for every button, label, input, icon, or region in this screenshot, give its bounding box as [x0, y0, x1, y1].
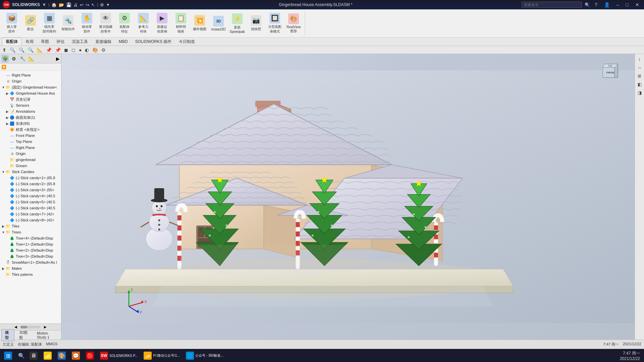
taskbar-solidworks[interactable]: SW SOLIDWORKS P... — [97, 351, 140, 361]
tree-item-gingerbread[interactable]: 📁 gingerbread — [0, 157, 61, 163]
tree-item-history[interactable]: 📅 历史记录 — [0, 96, 61, 102]
show-hidden-button[interactable]: 👁 显示隐藏的零件 — [97, 11, 115, 36]
tree-item-gream[interactable]: 📁 Gream — [0, 163, 61, 169]
bom-button[interactable]: 📋 材料明细表 — [172, 11, 190, 36]
display-style-2[interactable]: ◻ — [70, 47, 77, 53]
undo-icon[interactable]: ↩ — [80, 2, 84, 7]
feature-manager-tab[interactable]: 🌳 — [1, 55, 9, 62]
tree-item-trees[interactable]: ▼ 📁 Trees — [0, 229, 61, 235]
snapshot-button[interactable]: 📷 拍快照 — [247, 11, 265, 36]
tree-item-origin[interactable]: ⊕ Origin — [0, 151, 61, 157]
tree-item-sensors[interactable]: 📡 Sensors — [0, 102, 61, 108]
tab-3d-drawing[interactable]: 3D图图 — [16, 329, 32, 341]
save-icon[interactable]: 💾 — [66, 2, 71, 7]
property-manager-tab[interactable]: ⚙ — [10, 55, 17, 62]
search-icon[interactable]: 🔍 — [585, 2, 590, 7]
tree-item-right-plane-top[interactable]: — Right Plane — [0, 72, 61, 78]
tab-render[interactable]: 渲染工具 — [68, 38, 91, 46]
taskbar-app-5[interactable]: 🔴 — [83, 351, 97, 361]
scroll-left-btn[interactable]: ◀ — [12, 325, 19, 329]
taskbar-app-2[interactable]: 📁 — [41, 351, 54, 361]
tab-plugins[interactable]: SOLIDWORKS 插件 — [132, 38, 175, 46]
tree-item-mates[interactable]: ▶ 📁 Mates — [0, 265, 61, 271]
zoom-fit-button[interactable]: 🔍 — [9, 47, 16, 53]
tab-layout[interactable]: 布局 — [22, 38, 37, 46]
display-style-1[interactable]: ◼ — [63, 47, 69, 53]
command-search[interactable] — [522, 2, 582, 8]
tree-item-tiles[interactable]: ▶ 📁 Tiles — [0, 223, 61, 229]
tree-item-front-plane[interactable]: — Front Plane — [0, 133, 61, 139]
tree-item-stick-candy-2[interactable]: 🔷 (-) Stick candy<2> (65.8 — [0, 181, 61, 187]
right-icon-2[interactable]: ↔ — [636, 64, 643, 71]
realview-button[interactable]: 🎨 RealView图形 — [285, 11, 303, 36]
scene-button[interactable]: ⚙ — [100, 47, 107, 53]
scroll-right-btn[interactable]: ▶ — [42, 325, 49, 329]
dropdown-icon[interactable]: ▼ — [106, 3, 110, 7]
tree-item-tree-1[interactable]: 🌲 Tree<1> (Default<Disp — [0, 241, 61, 247]
tab-direct-edit[interactable]: 直接编辑 — [92, 38, 115, 46]
orientation-cube[interactable]: FRONT TOP — [601, 61, 621, 81]
tab-assembly[interactable]: 装配体 — [2, 38, 21, 46]
minimize-button[interactable]: – — [614, 1, 621, 8]
taskbar-browser[interactable]: 🌐 公众号 - 360极速... — [183, 351, 226, 361]
tree-item-stick-candy-4[interactable]: 🔷 (-) Stick candy<4> (40.5 — [0, 193, 61, 199]
right-icon-4[interactable]: ◧ — [636, 81, 643, 88]
view-orient-button[interactable]: ⬆ — [1, 47, 7, 53]
tree-item-stick-candy-5[interactable]: 🔷 (-) Stick candy<5> (40.5 — [0, 199, 61, 205]
section-view-button[interactable]: 📐 — [36, 47, 44, 53]
tree-item-tree-3[interactable]: 🌲 Tree<3> (Default<Disp — [0, 253, 61, 259]
view-camera-button[interactable]: 📌 — [45, 47, 53, 53]
tab-motion-study[interactable]: Motion Study 1 — [34, 330, 60, 340]
maximize-restore-button[interactable]: □ — [624, 1, 631, 8]
display-style-3[interactable]: ● — [78, 47, 83, 53]
tree-item-tiles-paterns[interactable]: 📁 Tiles paterns — [0, 271, 61, 277]
tree-item-stick-candy-3[interactable]: 🔷 (-) Stick candy<3> (55< — [0, 187, 61, 193]
display-style-4[interactable]: ◐ — [84, 47, 90, 53]
tree-item-solid-bodies[interactable]: ▶ 🟦 实体(69) — [0, 120, 61, 126]
tree-item-gingerbread-ass[interactable]: ▶ 🔷 Gingerbread House Ass — [0, 90, 61, 96]
tab-sketch[interactable]: 草图 — [38, 38, 52, 46]
tree-item-gingerbread-fixed[interactable]: ▼ 📁 (固定) Gingerbread House< — [0, 84, 61, 90]
tree-item-tree-4[interactable]: 🌲 Tree<4> (Default<Disp — [0, 235, 61, 241]
speedpak-button[interactable]: ⚡ 更新Speedpak — [228, 11, 246, 36]
mate-button[interactable]: 🔗 配合 — [21, 11, 40, 36]
tree-item-material[interactable]: 🔶 材质 <未指定> — [0, 126, 61, 133]
tree-item-stick-candy-8[interactable]: 🔷 (-) Stick candy<8> (42< — [0, 217, 61, 223]
print-icon[interactable]: 🖨 — [73, 2, 78, 7]
right-icon-3[interactable]: ⊞ — [636, 72, 643, 80]
smart-fastener-button[interactable]: 🔩 智能扣件 — [59, 11, 77, 36]
appearance-button[interactable]: 🎨 — [91, 47, 99, 53]
explode-button[interactable]: 💥 爆炸视图 — [191, 11, 209, 36]
taskbar-folder[interactable]: 📂 H:\微信公众号\1... — [141, 351, 182, 361]
tree-item-annotations[interactable]: ▶ 📝 Annotations — [0, 108, 61, 114]
tree-item-stick-candy-1[interactable]: 🔷 (-) Stick candy<1> (65.8 — [0, 175, 61, 181]
redo-icon[interactable]: ↪ — [86, 2, 89, 7]
instant3d-button[interactable]: 3D Instant3D — [209, 11, 228, 36]
large-assembly-button[interactable]: 🔲 大型装配体模式 — [266, 11, 284, 36]
zoom-area-button[interactable]: 🔍 — [18, 47, 26, 53]
tree-item-origin-top[interactable]: ⊕ Origin — [0, 78, 61, 84]
tree-item-right-plane[interactable]: — Right Plane — [0, 145, 61, 151]
tree-item-stick-candy-6[interactable]: 🔷 (-) Stick candy<6> (40.5 — [0, 205, 61, 211]
viewport[interactable]: Z X Y FRONT TOP — [61, 54, 635, 340]
right-icon-5[interactable]: ◨ — [636, 89, 643, 96]
new-icon[interactable]: 🏠 — [51, 2, 57, 7]
zoom-prev-button[interactable]: 🔍 — [27, 47, 35, 53]
view-head-button[interactable]: 📌 — [54, 47, 62, 53]
config-manager-tab[interactable]: 🔧 — [19, 55, 26, 62]
tab-model[interactable]: 模型 — [1, 329, 14, 341]
taskbar-app-4[interactable]: 💬 — [69, 351, 83, 361]
open-icon[interactable]: 📂 — [59, 2, 64, 7]
tree-item-snowman[interactable]: ⛄ SnowMan<1> (Default<As I — [0, 259, 61, 265]
user-icon[interactable]: 👤 — [602, 1, 612, 8]
new-motion-button[interactable]: ▶ 新建运动算例 — [153, 11, 171, 36]
select-icon[interactable]: ↖ — [91, 2, 95, 7]
close-button[interactable]: ✕ — [633, 1, 641, 8]
tree-item-stick-candy-7[interactable]: 🔷 (-) Stick candy<7> (42< — [0, 211, 61, 217]
tab-today[interactable]: 今日制造 — [176, 38, 198, 46]
reference-geometry-button[interactable]: 📐 参考几何体 — [134, 11, 152, 36]
tree-item-surface-bodies[interactable]: ▶ 🔵 曲面实体(1) — [0, 114, 61, 120]
dim-expert-tab[interactable]: 📐 — [28, 55, 35, 62]
filter-icon[interactable]: 🔽 — [1, 65, 6, 69]
help-button[interactable]: ? — [593, 1, 599, 8]
